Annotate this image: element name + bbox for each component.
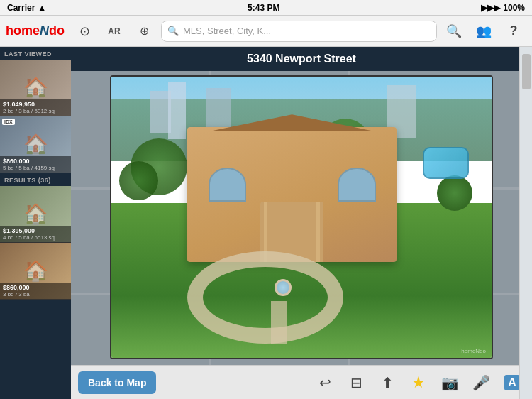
column bbox=[316, 202, 320, 263]
help-icon: ? bbox=[510, 23, 518, 38]
right-scroll-panel[interactable] bbox=[519, 47, 532, 399]
house-body bbox=[187, 127, 397, 262]
thumb-overlay: $1,049,950 2 bd / 3 ba / 5312 sq bbox=[0, 99, 71, 116]
listing-price: $860,000 bbox=[3, 158, 68, 165]
background-building bbox=[150, 91, 171, 133]
tree bbox=[119, 161, 158, 200]
results-label: RESULTS (36) bbox=[0, 173, 71, 186]
carrier-label: Carrier bbox=[7, 3, 35, 13]
app-logo[interactable]: homeNdo bbox=[6, 23, 65, 38]
location-icon-button[interactable]: ⊙ bbox=[72, 20, 97, 43]
listing-details: 5 bd / 5 ba / 4159 sq bbox=[3, 165, 68, 171]
listing-details: 3 bd / 3 ba bbox=[3, 291, 68, 297]
list-item[interactable]: IDX $860,000 5 bd / 5 ba / 4159 sq bbox=[0, 116, 71, 173]
property-address-header: 5340 Newport Street bbox=[71, 47, 532, 71]
main-layout: LAST VIEWED $1,049,950 2 bd / 3 ba / 531… bbox=[0, 47, 532, 399]
status-bar: Carrier ▲ 5:43 PM ▶▶▶ 100% bbox=[0, 0, 532, 16]
upload-icon: ⬆ bbox=[382, 374, 394, 391]
upload-button[interactable]: ⬆ bbox=[375, 370, 400, 395]
search-button[interactable]: 🔍 bbox=[441, 20, 467, 43]
property-aerial-photo: homeNdo bbox=[111, 77, 492, 358]
left-panel: LAST VIEWED $1,049,950 2 bd / 3 ba / 531… bbox=[0, 47, 71, 399]
house-window bbox=[209, 168, 246, 202]
search-icon: 🔍 bbox=[167, 26, 179, 36]
search-placeholder-text: MLS, Street, City, K... bbox=[183, 26, 271, 36]
people-icon: 👥 bbox=[476, 23, 492, 39]
status-right: ▶▶▶ 100% bbox=[481, 3, 525, 13]
scroll-handle[interactable] bbox=[522, 54, 531, 89]
list-item[interactable]: $1,049,950 2 bd / 3 ba / 5312 sq bbox=[0, 60, 71, 116]
thumb-overlay: $860,000 5 bd / 5 ba / 4159 sq bbox=[0, 156, 71, 173]
floorplan-button[interactable]: ⊟ bbox=[343, 370, 369, 395]
ar-button[interactable]: AR bbox=[101, 20, 127, 43]
listing-price: $860,000 bbox=[3, 284, 68, 291]
ar-label: AR bbox=[108, 26, 120, 36]
house-window bbox=[338, 168, 375, 202]
favorite-button[interactable]: ★ bbox=[406, 370, 431, 395]
floorplan-icon: ⊟ bbox=[350, 374, 362, 391]
thumb-overlay: $1,395,000 4 bd / 5 ba / 5513 sq bbox=[0, 226, 71, 242]
share-back-icon: ↩ bbox=[319, 374, 331, 391]
time-label: 5:43 PM bbox=[248, 3, 279, 13]
logo-do: do bbox=[49, 23, 65, 38]
battery-icon: 100% bbox=[503, 3, 525, 13]
people-button[interactable]: 👥 bbox=[471, 20, 497, 43]
listing-price: $1,395,000 bbox=[3, 227, 68, 234]
listing-details: 4 bd / 5 ba / 5513 sq bbox=[3, 234, 68, 241]
list-item[interactable]: $860,000 3 bd / 3 ba bbox=[0, 243, 71, 300]
status-left: Carrier ▲ bbox=[7, 3, 46, 13]
compass-button[interactable]: ⊕ bbox=[131, 20, 157, 43]
nav-bar: homeNdo ⊙ AR ⊕ 🔍 MLS, Street, City, K...… bbox=[0, 16, 532, 47]
help-button[interactable]: ? bbox=[501, 20, 526, 43]
circular-driveway bbox=[187, 251, 343, 344]
driveway-path bbox=[271, 301, 287, 344]
bottom-toolbar: Back to Map ↩ ⊟ ⬆ ★ 📷 🎤 bbox=[71, 365, 532, 399]
swimming-pool bbox=[423, 147, 469, 179]
list-item[interactable]: $1,395,000 4 bd / 5 ba / 5513 sq bbox=[0, 186, 71, 243]
last-viewed-label: LAST VIEWED bbox=[0, 47, 71, 60]
location-icon: ⊙ bbox=[79, 23, 90, 39]
tree bbox=[437, 175, 472, 211]
property-modal-overlay: 5340 Newport Street bbox=[71, 47, 532, 399]
camera-icon: 📷 bbox=[441, 374, 459, 391]
star-icon: ★ bbox=[411, 373, 426, 392]
search-bar[interactable]: 🔍 MLS, Street, City, K... bbox=[161, 21, 437, 42]
right-area: IDX Deals 5340 Newport Street bbox=[71, 47, 532, 399]
logo-text: home bbox=[6, 23, 40, 38]
microphone-icon: 🎤 bbox=[472, 374, 490, 391]
logo-n: N bbox=[40, 23, 49, 38]
compass-icon: ⊕ bbox=[140, 24, 149, 38]
text-icon: A bbox=[504, 375, 520, 390]
search-btn-icon: 🔍 bbox=[446, 23, 462, 39]
background-building bbox=[168, 82, 186, 139]
thumb-overlay: $860,000 3 bd / 3 ba bbox=[0, 283, 71, 299]
camera-button[interactable]: 📷 bbox=[437, 370, 462, 395]
listing-details: 2 bd / 3 ba / 5312 sq bbox=[3, 108, 68, 114]
property-image-modal[interactable]: homeNdo bbox=[110, 75, 493, 359]
signal-icon: ▶▶▶ bbox=[481, 3, 500, 13]
photo-watermark: homeNdo bbox=[461, 348, 486, 354]
microphone-button[interactable]: 🎤 bbox=[468, 370, 494, 395]
listing-price: $1,049,950 bbox=[3, 101, 68, 108]
wifi-icon: ▲ bbox=[38, 3, 46, 13]
back-to-map-button[interactable]: Back to Map bbox=[78, 371, 156, 394]
share-back-button[interactable]: ↩ bbox=[312, 370, 338, 395]
